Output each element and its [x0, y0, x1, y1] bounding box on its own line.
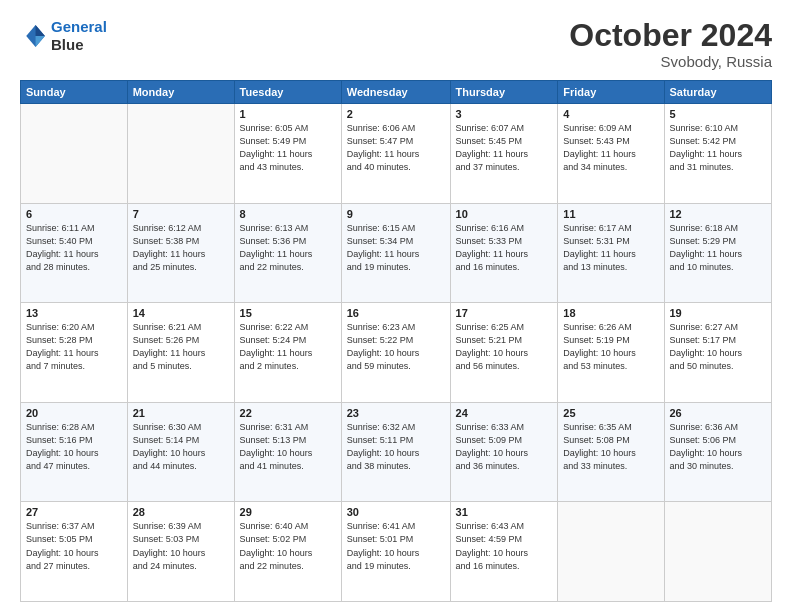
- day-number: 24: [456, 407, 553, 419]
- month-title: October 2024: [569, 18, 772, 53]
- day-cell: 16Sunrise: 6:23 AM Sunset: 5:22 PM Dayli…: [341, 303, 450, 403]
- page: General Blue October 2024 Svobody, Russi…: [0, 0, 792, 612]
- title-block: October 2024 Svobody, Russia: [569, 18, 772, 70]
- day-info: Sunrise: 6:06 AM Sunset: 5:47 PM Dayligh…: [347, 122, 445, 174]
- day-number: 1: [240, 108, 336, 120]
- week-row-4: 20Sunrise: 6:28 AM Sunset: 5:16 PM Dayli…: [21, 402, 772, 502]
- day-info: Sunrise: 6:43 AM Sunset: 4:59 PM Dayligh…: [456, 520, 553, 572]
- day-number: 28: [133, 506, 229, 518]
- day-cell: 15Sunrise: 6:22 AM Sunset: 5:24 PM Dayli…: [234, 303, 341, 403]
- day-number: 22: [240, 407, 336, 419]
- day-info: Sunrise: 6:20 AM Sunset: 5:28 PM Dayligh…: [26, 321, 122, 373]
- day-cell: 10Sunrise: 6:16 AM Sunset: 5:33 PM Dayli…: [450, 203, 558, 303]
- day-info: Sunrise: 6:10 AM Sunset: 5:42 PM Dayligh…: [670, 122, 767, 174]
- weekday-header-tuesday: Tuesday: [234, 81, 341, 104]
- weekday-header-monday: Monday: [127, 81, 234, 104]
- day-number: 25: [563, 407, 658, 419]
- day-info: Sunrise: 6:18 AM Sunset: 5:29 PM Dayligh…: [670, 222, 767, 274]
- day-cell: 22Sunrise: 6:31 AM Sunset: 5:13 PM Dayli…: [234, 402, 341, 502]
- calendar-table: SundayMondayTuesdayWednesdayThursdayFrid…: [20, 80, 772, 602]
- day-info: Sunrise: 6:35 AM Sunset: 5:08 PM Dayligh…: [563, 421, 658, 473]
- day-cell: 4Sunrise: 6:09 AM Sunset: 5:43 PM Daylig…: [558, 104, 664, 204]
- day-number: 12: [670, 208, 767, 220]
- day-info: Sunrise: 6:17 AM Sunset: 5:31 PM Dayligh…: [563, 222, 658, 274]
- weekday-header-row: SundayMondayTuesdayWednesdayThursdayFrid…: [21, 81, 772, 104]
- day-info: Sunrise: 6:41 AM Sunset: 5:01 PM Dayligh…: [347, 520, 445, 572]
- day-number: 26: [670, 407, 767, 419]
- day-info: Sunrise: 6:27 AM Sunset: 5:17 PM Dayligh…: [670, 321, 767, 373]
- day-info: Sunrise: 6:21 AM Sunset: 5:26 PM Dayligh…: [133, 321, 229, 373]
- day-number: 9: [347, 208, 445, 220]
- day-info: Sunrise: 6:05 AM Sunset: 5:49 PM Dayligh…: [240, 122, 336, 174]
- day-cell: [21, 104, 128, 204]
- day-cell: 6Sunrise: 6:11 AM Sunset: 5:40 PM Daylig…: [21, 203, 128, 303]
- week-row-3: 13Sunrise: 6:20 AM Sunset: 5:28 PM Dayli…: [21, 303, 772, 403]
- day-number: 8: [240, 208, 336, 220]
- day-number: 18: [563, 307, 658, 319]
- day-info: Sunrise: 6:22 AM Sunset: 5:24 PM Dayligh…: [240, 321, 336, 373]
- day-cell: 18Sunrise: 6:26 AM Sunset: 5:19 PM Dayli…: [558, 303, 664, 403]
- day-cell: [558, 502, 664, 602]
- day-info: Sunrise: 6:25 AM Sunset: 5:21 PM Dayligh…: [456, 321, 553, 373]
- day-info: Sunrise: 6:39 AM Sunset: 5:03 PM Dayligh…: [133, 520, 229, 572]
- day-info: Sunrise: 6:32 AM Sunset: 5:11 PM Dayligh…: [347, 421, 445, 473]
- svg-marker-2: [36, 36, 45, 47]
- day-cell: 19Sunrise: 6:27 AM Sunset: 5:17 PM Dayli…: [664, 303, 772, 403]
- day-number: 30: [347, 506, 445, 518]
- day-info: Sunrise: 6:23 AM Sunset: 5:22 PM Dayligh…: [347, 321, 445, 373]
- day-cell: 26Sunrise: 6:36 AM Sunset: 5:06 PM Dayli…: [664, 402, 772, 502]
- day-number: 21: [133, 407, 229, 419]
- day-number: 4: [563, 108, 658, 120]
- day-number: 31: [456, 506, 553, 518]
- day-cell: 13Sunrise: 6:20 AM Sunset: 5:28 PM Dayli…: [21, 303, 128, 403]
- day-info: Sunrise: 6:36 AM Sunset: 5:06 PM Dayligh…: [670, 421, 767, 473]
- day-info: Sunrise: 6:12 AM Sunset: 5:38 PM Dayligh…: [133, 222, 229, 274]
- day-cell: 11Sunrise: 6:17 AM Sunset: 5:31 PM Dayli…: [558, 203, 664, 303]
- day-info: Sunrise: 6:28 AM Sunset: 5:16 PM Dayligh…: [26, 421, 122, 473]
- day-cell: [127, 104, 234, 204]
- day-info: Sunrise: 6:09 AM Sunset: 5:43 PM Dayligh…: [563, 122, 658, 174]
- weekday-header-friday: Friday: [558, 81, 664, 104]
- day-cell: 31Sunrise: 6:43 AM Sunset: 4:59 PM Dayli…: [450, 502, 558, 602]
- week-row-1: 1Sunrise: 6:05 AM Sunset: 5:49 PM Daylig…: [21, 104, 772, 204]
- week-row-2: 6Sunrise: 6:11 AM Sunset: 5:40 PM Daylig…: [21, 203, 772, 303]
- day-cell: 2Sunrise: 6:06 AM Sunset: 5:47 PM Daylig…: [341, 104, 450, 204]
- day-cell: 7Sunrise: 6:12 AM Sunset: 5:38 PM Daylig…: [127, 203, 234, 303]
- weekday-header-saturday: Saturday: [664, 81, 772, 104]
- logo: General Blue: [20, 18, 107, 54]
- day-cell: 14Sunrise: 6:21 AM Sunset: 5:26 PM Dayli…: [127, 303, 234, 403]
- svg-marker-1: [36, 25, 45, 36]
- day-cell: 25Sunrise: 6:35 AM Sunset: 5:08 PM Dayli…: [558, 402, 664, 502]
- week-row-5: 27Sunrise: 6:37 AM Sunset: 5:05 PM Dayli…: [21, 502, 772, 602]
- day-number: 19: [670, 307, 767, 319]
- day-number: 17: [456, 307, 553, 319]
- day-info: Sunrise: 6:37 AM Sunset: 5:05 PM Dayligh…: [26, 520, 122, 572]
- day-number: 29: [240, 506, 336, 518]
- day-cell: 1Sunrise: 6:05 AM Sunset: 5:49 PM Daylig…: [234, 104, 341, 204]
- day-cell: 8Sunrise: 6:13 AM Sunset: 5:36 PM Daylig…: [234, 203, 341, 303]
- day-info: Sunrise: 6:26 AM Sunset: 5:19 PM Dayligh…: [563, 321, 658, 373]
- day-cell: 28Sunrise: 6:39 AM Sunset: 5:03 PM Dayli…: [127, 502, 234, 602]
- day-number: 15: [240, 307, 336, 319]
- weekday-header-sunday: Sunday: [21, 81, 128, 104]
- day-cell: 24Sunrise: 6:33 AM Sunset: 5:09 PM Dayli…: [450, 402, 558, 502]
- day-cell: 17Sunrise: 6:25 AM Sunset: 5:21 PM Dayli…: [450, 303, 558, 403]
- day-number: 27: [26, 506, 122, 518]
- day-number: 14: [133, 307, 229, 319]
- location: Svobody, Russia: [569, 53, 772, 70]
- day-info: Sunrise: 6:30 AM Sunset: 5:14 PM Dayligh…: [133, 421, 229, 473]
- day-cell: 5Sunrise: 6:10 AM Sunset: 5:42 PM Daylig…: [664, 104, 772, 204]
- day-info: Sunrise: 6:15 AM Sunset: 5:34 PM Dayligh…: [347, 222, 445, 274]
- day-cell: 30Sunrise: 6:41 AM Sunset: 5:01 PM Dayli…: [341, 502, 450, 602]
- day-number: 16: [347, 307, 445, 319]
- day-info: Sunrise: 6:16 AM Sunset: 5:33 PM Dayligh…: [456, 222, 553, 274]
- day-info: Sunrise: 6:11 AM Sunset: 5:40 PM Dayligh…: [26, 222, 122, 274]
- day-cell: 23Sunrise: 6:32 AM Sunset: 5:11 PM Dayli…: [341, 402, 450, 502]
- day-info: Sunrise: 6:13 AM Sunset: 5:36 PM Dayligh…: [240, 222, 336, 274]
- day-cell: 29Sunrise: 6:40 AM Sunset: 5:02 PM Dayli…: [234, 502, 341, 602]
- day-number: 11: [563, 208, 658, 220]
- logo-icon: [20, 22, 48, 50]
- day-info: Sunrise: 6:33 AM Sunset: 5:09 PM Dayligh…: [456, 421, 553, 473]
- day-cell: 12Sunrise: 6:18 AM Sunset: 5:29 PM Dayli…: [664, 203, 772, 303]
- day-info: Sunrise: 6:40 AM Sunset: 5:02 PM Dayligh…: [240, 520, 336, 572]
